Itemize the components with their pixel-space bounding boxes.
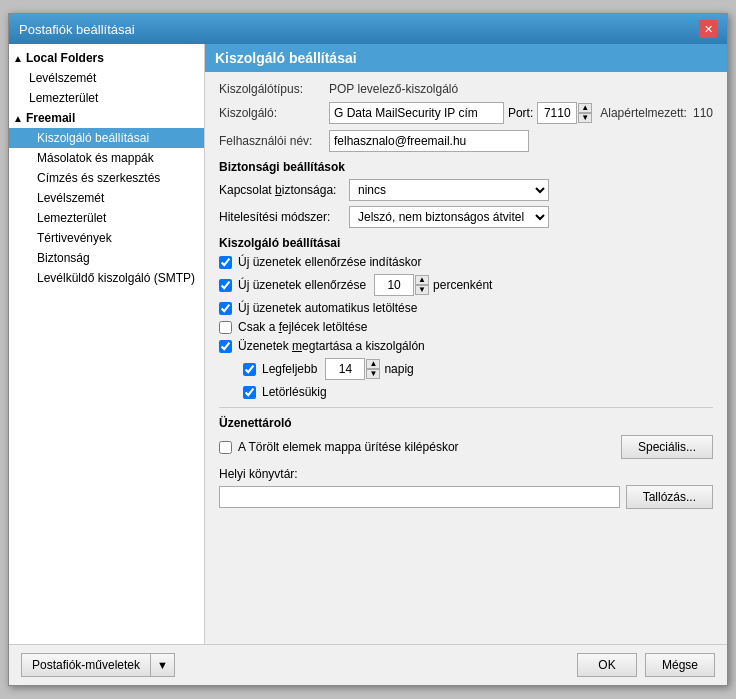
check5-label[interactable]: Üzenetek megtartása a kiszolgálón: [238, 339, 425, 353]
sub-check2-label[interactable]: Letörlésükig: [262, 385, 327, 399]
sidebar-item-kiszolgalo[interactable]: Kiszolgáló beállításai: [9, 128, 204, 148]
check1-checkbox[interactable]: [219, 256, 232, 269]
bottom-right-buttons: OK Mégse: [577, 653, 715, 677]
ok-button[interactable]: OK: [577, 653, 637, 677]
check2-label[interactable]: Új üzenetek ellenőrzése: [238, 278, 366, 292]
sidebar-item-biztonsag[interactable]: Biztonság: [9, 248, 204, 268]
cancel-button[interactable]: Mégse: [645, 653, 715, 677]
sub-check1-label[interactable]: Legfeljebb: [262, 362, 317, 376]
port-spinner-buttons: ▲ ▼: [578, 103, 592, 123]
check5-checkbox[interactable]: [219, 340, 232, 353]
panel-title: Kiszolgáló beállításai: [205, 44, 727, 72]
check4-checkbox[interactable]: [219, 321, 232, 334]
default-value: 110: [693, 106, 713, 120]
sidebar-item-label: Címzés és szerkesztés: [37, 171, 160, 185]
main-window: Postafiók beállításai ✕ ▲ Local Folders …: [8, 13, 728, 686]
sidebar-item-lemezterulet[interactable]: Lemezterület: [9, 208, 204, 228]
content-area: ▲ Local Folders Levélszemét Lemezterület…: [9, 44, 727, 644]
connection-security-row: Kapcsolat biztonsága: nincs SSL/TLS STAR…: [219, 179, 713, 201]
server-label: Kiszolgáló:: [219, 106, 329, 120]
sidebar-item-levelszemet-local[interactable]: Levélszemét: [9, 68, 204, 88]
auth-row: Hitelesítési módszer: Jelszó, nem bizton…: [219, 206, 713, 228]
tallozas-button[interactable]: Tallózás...: [626, 485, 713, 509]
minutes-input[interactable]: [374, 274, 414, 296]
sidebar-item-lemezterulet-local[interactable]: Lemezterület: [9, 88, 204, 108]
sub-check1-checkbox[interactable]: [243, 363, 256, 376]
helyi-label-row: Helyi könyvtár:: [219, 467, 713, 481]
port-down-button[interactable]: ▼: [578, 113, 592, 123]
helyi-label: Helyi könyvtár:: [219, 467, 298, 481]
sidebar-group-local[interactable]: ▲ Local Folders: [9, 48, 204, 68]
sidebar-item-tertiveveny[interactable]: Tértivevények: [9, 228, 204, 248]
separator: [219, 407, 713, 408]
check4-label[interactable]: Csak a fejlécek letöltése: [238, 320, 367, 334]
main-panel: Kiszolgáló beállításai Kiszolgálótípus: …: [205, 44, 727, 644]
server-type-value: POP levelező-kiszolgáló: [329, 82, 458, 96]
check5-row: Üzenetek megtartása a kiszolgálón: [219, 339, 713, 353]
sidebar-item-masolatok[interactable]: Másolatok és mappák: [9, 148, 204, 168]
port-spinner: ▲ ▼: [537, 102, 592, 124]
check4-row: Csak a fejlécek letöltése: [219, 320, 713, 334]
sidebar-item-label: Másolatok és mappák: [37, 151, 154, 165]
port-up-button[interactable]: ▲: [578, 103, 592, 113]
trash-checkbox-row: A Törölt elemek mappa ürítése kilépéskor: [219, 440, 459, 454]
days-down-button[interactable]: ▼: [366, 369, 380, 379]
check2-row: Új üzenetek ellenőrzése ▲ ▼ percenként: [219, 274, 713, 296]
sub-check2-row: Letörlésükig: [219, 385, 713, 399]
check3-label[interactable]: Új üzenetek automatikus letöltése: [238, 301, 417, 315]
days-input[interactable]: [325, 358, 365, 380]
port-input[interactable]: [537, 102, 577, 124]
minutes-spinner: ▲ ▼: [374, 274, 429, 296]
server-input[interactable]: [329, 102, 504, 124]
username-input[interactable]: [329, 130, 529, 152]
postafiokok-main-button[interactable]: Postafiók-műveletek: [21, 653, 150, 677]
titlebar: Postafiók beállításai ✕: [9, 14, 727, 44]
sub-check1-suffix: napig: [384, 362, 413, 376]
uzenettarolo-section-label: Üzenettároló: [219, 416, 713, 430]
close-button[interactable]: ✕: [699, 20, 717, 38]
auth-label: Hitelesítési módszer:: [219, 210, 349, 224]
server-type-row: Kiszolgálótípus: POP levelező-kiszolgáló: [219, 82, 713, 96]
connection-label: Kapcsolat biztonsága:: [219, 183, 349, 197]
sidebar-item-label: Biztonság: [37, 251, 90, 265]
auth-select[interactable]: Jelszó, nem biztonságos átvitel Normál j…: [349, 206, 549, 228]
sidebar-group-freemail[interactable]: ▲ Freemail: [9, 108, 204, 128]
username-row: Felhasználói név:: [219, 130, 713, 152]
check3-row: Új üzenetek automatikus letöltése: [219, 301, 713, 315]
sidebar-item-cimzes[interactable]: Címzés és szerkesztés: [9, 168, 204, 188]
sidebar-item-label: Tértivevények: [37, 231, 112, 245]
postafiokok-btn-group: Postafiók-műveletek ▼: [21, 653, 175, 677]
connection-underline: b: [275, 183, 282, 197]
check1-label[interactable]: Új üzenetek ellenőrzése indításkor: [238, 255, 421, 269]
server-port-row: Kiszolgáló: Port: ▲ ▼ Alapértelmezett: 1…: [219, 102, 713, 124]
helyi-input[interactable]: [219, 486, 620, 508]
check2-suffix: percenként: [433, 278, 492, 292]
trash-label[interactable]: A Törölt elemek mappa ürítése kilépéskor: [238, 440, 459, 454]
sub-check1-row: Legfeljebb ▲ ▼ napig: [219, 358, 713, 380]
trash-checkbox[interactable]: [219, 441, 232, 454]
user-label: Felhasználói név:: [219, 134, 329, 148]
sidebar-item-label: Kiszolgáló beállításai: [37, 131, 149, 145]
connection-select[interactable]: nincs SSL/TLS STARTTLS: [349, 179, 549, 201]
sidebar-item-smtp[interactable]: Levélküldő kiszolgáló (SMTP): [9, 268, 204, 288]
minutes-up-button[interactable]: ▲: [415, 275, 429, 285]
days-spinner-buttons: ▲ ▼: [366, 359, 380, 379]
sidebar-item-label: Levélszemét: [37, 191, 104, 205]
minutes-spinner-buttons: ▲ ▼: [415, 275, 429, 295]
special-button[interactable]: Speciális...: [621, 435, 713, 459]
server-settings-section-label: Kiszolgáló beállításai: [219, 236, 713, 250]
helyi-input-row: Tallózás...: [219, 485, 713, 509]
security-section-label: Biztonsági beállítások: [219, 160, 713, 174]
check3-checkbox[interactable]: [219, 302, 232, 315]
sidebar-item-levelszemet[interactable]: Levélszemét: [9, 188, 204, 208]
postafiokok-dropdown-button[interactable]: ▼: [150, 653, 175, 677]
arrow-icon: ▲: [13, 113, 23, 124]
port-label: Port:: [508, 106, 533, 120]
arrow-icon: ▲: [13, 53, 23, 64]
sub-check2-checkbox[interactable]: [243, 386, 256, 399]
default-label: Alapértelmezett:: [600, 106, 687, 120]
check2-checkbox[interactable]: [219, 279, 232, 292]
days-up-button[interactable]: ▲: [366, 359, 380, 369]
minutes-down-button[interactable]: ▼: [415, 285, 429, 295]
sidebar-item-label: Levélszemét: [29, 71, 96, 85]
